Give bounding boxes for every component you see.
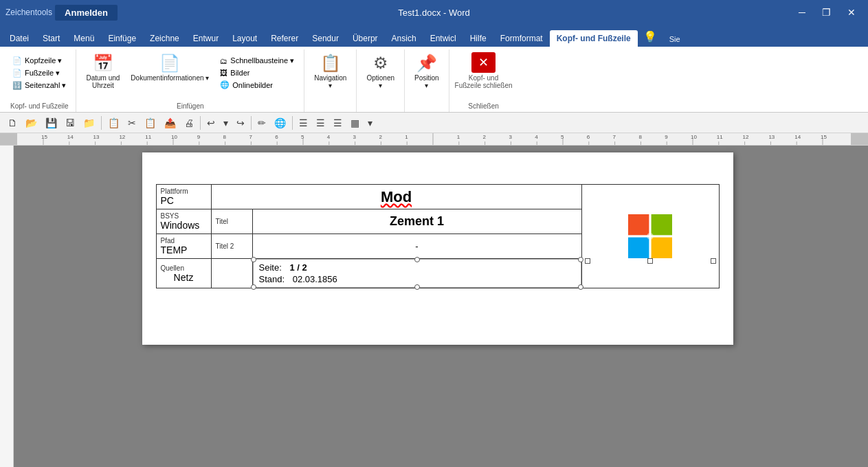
main-layout: Zeichentools Anmelden Test1.docx - Word … (0, 0, 868, 467)
qa-table-button[interactable]: ▦ (347, 115, 363, 130)
content-area: Plattform PC Mod (0, 146, 868, 467)
tab-referer[interactable]: Referer (264, 30, 305, 47)
minimize-button[interactable]: ─ (792, 5, 812, 20)
datum-icon: 📅 (93, 54, 113, 73)
seitenzahl-button[interactable]: 🔢 Seitenzahl ▾ (8, 80, 70, 91)
tab-datei[interactable]: Datei (3, 30, 36, 47)
tab-entwicl[interactable]: Entwicl (423, 30, 463, 47)
optionen-button[interactable]: ⚙ Optionen▾ (362, 52, 399, 91)
table-row: Plattform PC Mod (156, 185, 719, 209)
qa-align-left[interactable]: ☰ (296, 115, 311, 130)
stand-row: Stand: 02.03.1856 (259, 274, 575, 284)
seitenzahl-icon: 🔢 (12, 81, 22, 90)
handle-tm[interactable] (414, 257, 420, 262)
qa-export-button[interactable]: 📤 (161, 115, 179, 130)
handle-tr[interactable] (578, 257, 583, 262)
maximize-button[interactable]: ❐ (815, 5, 838, 20)
handle-bl2[interactable] (251, 284, 256, 290)
position-button[interactable]: 📌 Position▾ (410, 52, 443, 91)
handle-br2[interactable] (578, 284, 583, 290)
schliessen-button[interactable]: ✕ (471, 52, 496, 73)
bilder-button[interactable]: 🖼 Bilder (216, 67, 298, 78)
dokumentinfo-button[interactable]: 📄 Dokumentinformationen ▾ (126, 52, 213, 83)
tab-hilfe[interactable]: Hilfe (463, 30, 493, 47)
document-scroll-area[interactable]: Plattform PC Mod (14, 146, 868, 467)
tab-sie[interactable]: Sie (663, 32, 687, 47)
light-bulb-icon[interactable]: 💡 (638, 27, 663, 47)
label-pfad: Pfad (161, 237, 207, 244)
value-zement1: Zement 1 (390, 214, 444, 228)
close-button[interactable]: ✕ (841, 4, 863, 21)
tab-einfuge[interactable]: Einfüge (101, 30, 143, 47)
table-cell-plattform: Plattform PC (156, 185, 211, 209)
tab-ansich[interactable]: Ansich (385, 30, 423, 47)
kopfzeile-button[interactable]: 📄 Kopfzeile ▾ (8, 55, 70, 67)
vertical-ruler (0, 146, 14, 467)
handle-br[interactable] (711, 258, 716, 264)
qa-new-button[interactable]: 🗋 (4, 115, 21, 130)
qa-save-button[interactable]: 💾 (42, 115, 60, 130)
ribbon-group-kopf-content: 📄 Kopfzeile ▾ 📄 Fußzeile ▾ 🔢 Seitenzahl … (8, 49, 70, 102)
handle-tl[interactable] (251, 257, 256, 262)
tab-formformat[interactable]: Formformat (493, 30, 550, 47)
group-label-einfugen: Einfügen (177, 102, 203, 112)
navigation-button[interactable]: 📋 Navigation▾ (310, 52, 350, 91)
label-plattform: Plattform (161, 187, 207, 195)
ribbon-group-einfugen: 📅 Datum undUhrzeit 📄 Dokumentinformation… (76, 49, 304, 112)
value-windows: Windows (161, 220, 207, 231)
win-logo-center (647, 233, 654, 240)
qa-copy-button[interactable]: 📋 (104, 115, 123, 130)
tab-kopf-fusszeile[interactable]: Kopf- und Fußzeile (550, 30, 638, 47)
win-logo-red (628, 214, 649, 235)
document-table: Plattform PC Mod (156, 184, 720, 288)
value-temp: TEMP (161, 244, 207, 255)
qa-more-button[interactable]: ▾ (364, 115, 376, 130)
value-mod: Mod (381, 188, 412, 205)
qa-cut-button[interactable]: ✂ (124, 115, 140, 130)
value-dash: - (415, 241, 418, 251)
handle-bm[interactable] (414, 284, 420, 290)
tab-start[interactable]: Start (36, 30, 67, 47)
qa-align-center[interactable]: ☰ (313, 115, 329, 130)
table-cell-mod: Mod (211, 185, 581, 209)
tab-layout[interactable]: Layout (225, 30, 264, 47)
onlinebilder-button[interactable]: 🌐 Onlinebilder (216, 79, 298, 91)
qa-print-button[interactable]: 🖨 (181, 115, 197, 130)
tab-sendur[interactable]: Sendur (305, 30, 346, 47)
qa-undo-button[interactable]: ↩ (203, 115, 219, 130)
schliessen-label: Kopf- undFußzeile schließen (455, 74, 513, 89)
datum-button[interactable]: 📅 Datum undUhrzeit (82, 52, 124, 91)
tab-entwur[interactable]: Entwur (186, 30, 225, 47)
qa-separator-1 (101, 116, 102, 130)
qa-undo-dropdown[interactable]: ▾ (220, 115, 232, 130)
qa-redo-button[interactable]: ↪ (233, 115, 248, 130)
anmelden-button[interactable]: Anmelden (55, 5, 118, 21)
fusszeile-button[interactable]: 📄 Fußzeile ▾ (8, 67, 70, 79)
ribbon-group-opt-content: ⚙ Optionen▾ (362, 49, 399, 110)
ruler-canvas (0, 133, 868, 146)
position-icon: 📌 (416, 54, 437, 73)
qa-open-button[interactable]: 📂 (22, 115, 41, 130)
table-cell-empty (211, 259, 252, 288)
ribbon-group-navigation: 📋 Navigation▾ (304, 49, 357, 112)
qa-align-right[interactable]: ☰ (330, 115, 346, 130)
seite-stand-box: Seite: 1 / 2 Stand: 02.03.1856 (253, 259, 581, 288)
handle-bc[interactable] (647, 258, 653, 264)
qa-separator-2 (200, 116, 201, 130)
ribbon: 📄 Kopfzeile ▾ 📄 Fußzeile ▾ 🔢 Seitenzahl … (0, 47, 868, 113)
seite-row: Seite: 1 / 2 (259, 262, 575, 273)
stand-value: 02.03.1856 (293, 274, 337, 284)
qa-save2-button[interactable]: 🖫 (62, 115, 78, 130)
tab-uberpr[interactable]: Überpr (346, 30, 385, 47)
qa-paste-button[interactable]: 📋 (141, 115, 159, 130)
schnellbausteine-button[interactable]: 🗂 Schnellbausteine ▾ (216, 55, 298, 67)
onlinebilder-icon: 🌐 (220, 80, 230, 89)
handle-bl[interactable] (585, 258, 590, 264)
title-bar: Zeichentools Anmelden Test1.docx - Word … (0, 0, 868, 25)
qa-pen-button[interactable]: ✏ (254, 115, 269, 130)
ribbon-group-einfugen-content: 📅 Datum undUhrzeit 📄 Dokumentinformation… (82, 49, 298, 102)
tab-zeichne[interactable]: Zeichne (143, 30, 186, 47)
tab-menu[interactable]: Menü (67, 30, 101, 47)
qa-globe-button[interactable]: 🌐 (271, 115, 289, 130)
qa-folder-button[interactable]: 📁 (80, 115, 98, 130)
